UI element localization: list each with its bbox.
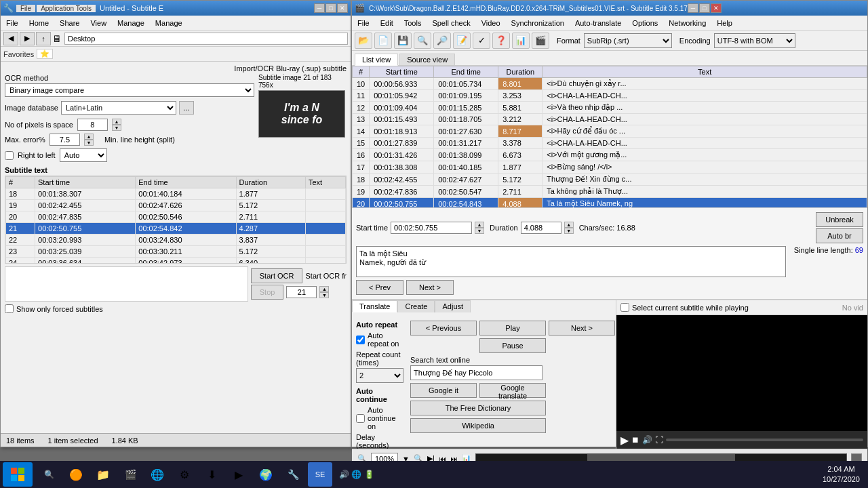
taskbar-subtitle-edit[interactable]: 🎬 — [118, 462, 142, 487]
unbreak-btn[interactable]: Unbreak — [816, 212, 863, 227]
auto-continue-checkbox[interactable] — [356, 414, 365, 423]
taskbar-qb[interactable]: ⬇ — [199, 462, 224, 487]
forward-btn[interactable]: ▶ — [20, 32, 35, 45]
min-line-select[interactable]: Auto — [60, 148, 107, 162]
table-row[interactable]: 2400:03:36.63400:03:42.9736.340 — [6, 258, 346, 264]
taskbar-app1[interactable]: 🔧 — [281, 462, 305, 487]
maximize-btn-right[interactable]: □ — [699, 3, 710, 13]
menu-right-video[interactable]: Video — [476, 16, 506, 30]
duration-input[interactable] — [521, 222, 561, 234]
table-row[interactable]: 1800:01:38.30700:01:40.1841.877 — [6, 188, 346, 200]
table-row[interactable]: 2000:02:47.83500:02:50.5462.711 — [6, 211, 346, 223]
google-it-btn[interactable]: Google it — [410, 383, 477, 398]
help-btn[interactable]: ❓ — [492, 33, 510, 49]
start-ocr-num[interactable] — [286, 286, 317, 298]
video-progress-bar[interactable] — [666, 439, 863, 441]
taskbar-settings[interactable]: ⚙ — [172, 462, 197, 487]
menu-right-file[interactable]: File — [352, 16, 375, 30]
save-btn[interactable]: 💾 — [394, 33, 412, 49]
encoding-select[interactable]: UTF-8 with BOM — [714, 33, 795, 48]
taskbar-network[interactable]: 🌍 — [254, 462, 278, 487]
menu-right-network[interactable]: Networking — [663, 16, 711, 30]
tab-adjust[interactable]: Adjust — [435, 300, 471, 312]
tab-translate[interactable]: Translate — [352, 300, 397, 312]
menu-home[interactable]: Home — [24, 16, 54, 30]
pixels-input[interactable] — [77, 119, 108, 131]
pixels-down[interactable]: ▼ — [112, 125, 121, 131]
table-row[interactable]: 2300:03:25.03900:03:30.2115.172 — [6, 246, 346, 258]
subtitle-text-editor[interactable]: Ta là một Siêu Namek, người đã từ — [356, 246, 786, 277]
google-translate-btn[interactable]: Google translate — [479, 383, 546, 398]
table-row[interactable]: 16 00:01:31.426 00:01:38.099 6.673 <i>Vớ… — [353, 149, 867, 161]
auto-repeat-checkbox[interactable] — [356, 336, 365, 344]
prev-btn[interactable]: < Prev — [356, 280, 403, 295]
table-row[interactable]: 2200:03:20.99300:03:24.8303.837 — [6, 235, 346, 246]
minimize-btn-right[interactable]: ─ — [688, 3, 698, 13]
menu-view[interactable]: View — [85, 16, 112, 30]
table-row[interactable]: 14 00:01:18.913 00:01:27.630 8.717 <i>Hã… — [353, 125, 867, 138]
dur-up[interactable]: ▲ — [564, 222, 574, 228]
menu-right-help[interactable]: Help — [711, 16, 738, 30]
right-to-left-checkbox[interactable] — [5, 151, 14, 160]
up-btn[interactable]: ↑ — [36, 32, 51, 45]
image-db-browse[interactable]: ... — [179, 101, 194, 115]
table-row[interactable]: 13 00:01:15.493 00:01:18.705 3.212 <i>CH… — [353, 114, 867, 125]
max-error-down[interactable]: ▼ — [84, 140, 94, 146]
taskbar-chrome[interactable]: 🌐 — [145, 462, 170, 487]
maximize-btn-left[interactable]: □ — [326, 3, 336, 13]
subtitle-format-btn[interactable]: 📝 — [453, 33, 471, 49]
play-btn[interactable]: Play — [479, 321, 546, 336]
application-tools-tab[interactable]: Application Tools — [37, 5, 96, 12]
table-row-selected[interactable]: 2100:02:50.75500:02:54.8424.287 — [6, 223, 346, 235]
video-play-btn[interactable]: ▶ — [620, 434, 629, 447]
ocr-method-select[interactable]: Binary image compare — [5, 83, 254, 97]
table-row[interactable]: 10 00:00:56.933 00:01:05.734 8.801 <i>Dù… — [353, 78, 867, 90]
open-file-btn[interactable]: 📄 — [374, 33, 392, 49]
menu-share[interactable]: Share — [54, 16, 85, 30]
table-row[interactable]: 15 00:01:27.839 00:01:31.217 3.378 <i>CH… — [353, 138, 867, 149]
search-btn[interactable]: 🔍 — [414, 33, 431, 49]
max-error-up[interactable]: ▲ — [84, 134, 94, 140]
video-stop-btn[interactable]: ⏹ — [631, 435, 639, 445]
table-row-selected[interactable]: 20 00:02:50.755 00:02:54.843 4.088 Ta là… — [353, 198, 867, 209]
start-time-input[interactable] — [391, 222, 472, 234]
previous-btn[interactable]: < Previous — [410, 321, 477, 336]
close-btn-right[interactable]: ✕ — [711, 3, 722, 13]
tab-list-view[interactable]: List view — [355, 54, 398, 66]
table-row[interactable]: 1900:02:42.45500:02:47.6265.172 — [6, 200, 346, 211]
stop-btn[interactable]: Stop — [251, 285, 284, 300]
taskbar-cortana[interactable]: 🟠 — [64, 462, 88, 487]
menu-manage1[interactable]: Manage — [112, 16, 150, 30]
menu-manage2[interactable]: Manage — [150, 16, 188, 30]
table-row[interactable]: 12 00:01:09.404 00:01:15.285 5.881 <i>Và… — [353, 102, 867, 114]
menu-right-spell[interactable]: Spell check — [427, 16, 475, 30]
table-row[interactable]: 17 00:01:38.308 00:01:40.185 1.877 <i>Bừ… — [353, 161, 867, 174]
open-folder-btn[interactable]: 📂 — [355, 33, 372, 49]
menu-right-tools[interactable]: Tools — [399, 16, 427, 30]
taskbar-se-icon[interactable]: SE — [308, 462, 332, 487]
menu-right-sync[interactable]: Synchronization — [506, 16, 570, 30]
dur-down[interactable]: ▼ — [564, 228, 574, 234]
select-while-playing-checkbox[interactable] — [620, 303, 629, 312]
minimize-btn-left[interactable]: ─ — [314, 3, 325, 13]
tab-source-view[interactable]: Source view — [399, 54, 455, 65]
pixels-up[interactable]: ▲ — [112, 119, 121, 125]
waveform-btn[interactable]: 📊 — [512, 33, 530, 49]
spell-check-btn[interactable]: ✓ — [473, 33, 490, 49]
address-input[interactable] — [64, 33, 348, 45]
forced-subtitles-checkbox[interactable] — [5, 304, 14, 313]
video-fullscreen-btn[interactable]: ⛶ — [655, 435, 663, 445]
menu-right-options[interactable]: Options — [627, 16, 663, 30]
image-db-select[interactable]: Latin+Latin — [61, 101, 176, 115]
taskbar-file-explorer[interactable]: 📁 — [91, 462, 115, 487]
table-row[interactable]: 18 00:02:42.455 00:02:47.627 5.172 Thượn… — [353, 174, 867, 186]
menu-right-autotrans[interactable]: Auto-translate — [570, 16, 627, 30]
ocr-num-up[interactable]: ▲ — [319, 286, 329, 292]
next-btn[interactable]: Next > — [406, 280, 454, 295]
shortcut-tools-tab[interactable]: File — [16, 5, 35, 12]
menu-file[interactable]: File — [1, 16, 24, 30]
tab-create[interactable]: Create — [397, 300, 435, 312]
next-trans-btn[interactable]: Next > — [549, 321, 615, 336]
free-dict-btn[interactable]: The Free Dictionary — [410, 401, 546, 415]
repeat-count-select[interactable]: 2 — [356, 368, 403, 383]
